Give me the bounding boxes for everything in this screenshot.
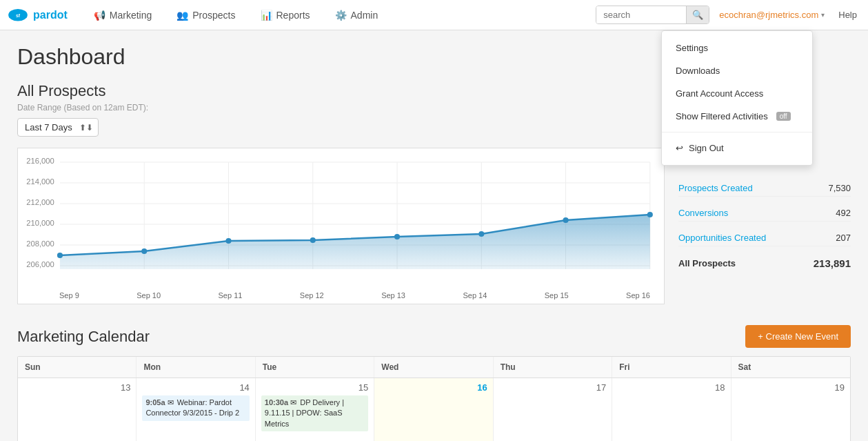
svg-text:214,000: 214,000 xyxy=(26,177,54,186)
chart-x-sep16: Sep 16 xyxy=(626,291,650,300)
day-header-wed: Wed xyxy=(374,357,493,378)
nav-label-reports: Reports xyxy=(276,10,310,21)
user-menu[interactable]: ecochran@rjmetrics.com ▾ xyxy=(715,7,829,23)
day-header-thu: Thu xyxy=(494,357,612,378)
calendar-grid: Sun Mon Tue Wed Thu Fri Sat 13 14 9:05a xyxy=(17,356,851,441)
calendar-week-row: 13 14 9:05a ✉ Webinar: Pardot Connector … xyxy=(18,378,850,441)
nav-item-prospects[interactable]: 👥 Prospects xyxy=(164,0,248,30)
calendar-header: Marketing Calendar + Create New Event xyxy=(17,325,851,348)
email-icon: ✉ xyxy=(168,398,176,406)
chart-x-sep14: Sep 14 xyxy=(463,291,487,300)
cal-date-15: 15 xyxy=(261,382,368,393)
chart-point-3 xyxy=(310,237,316,243)
calendar-cell-fri18[interactable]: 18 xyxy=(612,378,731,441)
stats-panel: Prospects Created 7,530 Conversions 492 … xyxy=(678,148,851,304)
chart-container: 216,000 214,000 212,000 210,000 208,000 … xyxy=(17,148,665,304)
dropdown-item-filtered-activities[interactable]: Show Filtered Activities off xyxy=(662,105,812,128)
svg-text:208,000: 208,000 xyxy=(26,239,54,248)
calendar-cell-thu17[interactable]: 17 xyxy=(494,378,612,441)
svg-text:206,000: 206,000 xyxy=(26,260,54,268)
calendar-day-headers: Sun Mon Tue Wed Thu Fri Sat xyxy=(18,357,850,378)
dropdown-item-settings[interactable]: Settings xyxy=(662,37,812,59)
search-container: 🔍 xyxy=(596,6,709,24)
downloads-label: Downloads xyxy=(676,66,720,76)
event-time-905a: 9:05a xyxy=(145,398,165,406)
cal-date-19: 19 xyxy=(737,382,845,393)
stat-label-conversions[interactable]: Conversions xyxy=(678,208,728,218)
event-time-1030a: 10:30a xyxy=(265,398,288,406)
calendar-event-webinar[interactable]: 9:05a ✉ Webinar: Pardot Connector 9/3/20… xyxy=(142,395,249,421)
cal-date-14: 14 xyxy=(142,382,249,393)
chart-point-2 xyxy=(225,238,231,244)
stat-value-conversions: 492 xyxy=(836,208,851,218)
nav-item-marketing[interactable]: 📢 Marketing xyxy=(81,0,164,30)
dropdown-item-grant-access[interactable]: Grant Account Access xyxy=(662,82,812,105)
calendar-cell-tue15[interactable]: 15 10:30a ✉ DP Delivery | 9.11.15 | DPOW… xyxy=(256,378,374,441)
user-dropdown: Settings Downloads Grant Account Access … xyxy=(661,30,813,166)
nav-item-admin[interactable]: ⚙️ Admin xyxy=(323,0,391,30)
chart-x-sep13: Sep 13 xyxy=(381,291,405,300)
dropdown-divider xyxy=(662,132,812,133)
nav-items: 📢 Marketing 👥 Prospects 📊 Reports ⚙️ Adm… xyxy=(81,0,596,30)
create-event-button[interactable]: + Create New Event xyxy=(745,325,851,348)
signout-icon: ↩ xyxy=(676,143,683,153)
search-button[interactable]: 🔍 xyxy=(686,6,709,23)
chart-point-5 xyxy=(478,231,484,237)
cal-date-18: 18 xyxy=(618,382,725,393)
dropdown-item-downloads[interactable]: Downloads xyxy=(662,59,812,82)
svg-text:sf: sf xyxy=(16,12,21,17)
dropdown-item-signout[interactable]: ↩ Sign Out xyxy=(662,137,812,159)
calendar-cell-sat19[interactable]: 19 xyxy=(731,378,850,441)
calendar-cell-sun13[interactable]: 13 xyxy=(18,378,137,441)
chart-x-sep11: Sep 11 xyxy=(219,291,243,300)
nav-item-reports[interactable]: 📊 Reports xyxy=(248,0,323,30)
grant-access-label: Grant Account Access xyxy=(676,88,763,99)
chart-x-sep10: Sep 10 xyxy=(137,291,161,300)
stat-label-all-prospects[interactable]: All Prospects xyxy=(678,258,736,268)
prospects-icon: 👥 xyxy=(176,10,188,21)
user-email: ecochran@rjmetrics.com xyxy=(719,10,818,20)
chart-point-0 xyxy=(57,253,63,258)
chart-x-sep15: Sep 15 xyxy=(545,291,569,300)
calendar-event-dp-delivery[interactable]: 10:30a ✉ DP Delivery | 9.11.15 | DPOW: S… xyxy=(261,395,368,431)
date-range-select[interactable]: Last 7 Days Last 30 Days Last 90 Days xyxy=(17,118,99,137)
chart-x-sep9: Sep 9 xyxy=(59,291,79,300)
calendar-cell-mon14[interactable]: 14 9:05a ✉ Webinar: Pardot Connector 9/3… xyxy=(137,378,255,441)
calendar-title: Marketing Calendar xyxy=(17,328,150,346)
nav-label-admin: Admin xyxy=(351,10,379,21)
calendar-section: Marketing Calendar + Create New Event Su… xyxy=(17,325,851,441)
signout-label: Sign Out xyxy=(689,143,724,153)
search-input[interactable] xyxy=(596,6,686,23)
stat-value-opportunities: 207 xyxy=(836,233,851,243)
stat-row-prospects-created: Prospects Created 7,530 xyxy=(678,180,851,197)
stat-label-opportunities[interactable]: Opportunities Created xyxy=(678,233,766,243)
nav-label-prospects: Prospects xyxy=(192,10,235,21)
stat-row-conversions: Conversions 492 xyxy=(678,205,851,222)
svg-text:216,000: 216,000 xyxy=(26,157,54,165)
admin-icon: ⚙️ xyxy=(335,10,347,21)
nav-label-marketing: Marketing xyxy=(110,10,152,21)
chart-x-sep12: Sep 12 xyxy=(300,291,324,300)
calendar-cell-wed16[interactable]: 16 xyxy=(374,378,493,441)
salesforce-icon: sf xyxy=(7,8,29,23)
cal-date-16: 16 xyxy=(380,382,487,393)
brand-logo[interactable]: sf pardot xyxy=(7,8,68,23)
day-header-sun: Sun xyxy=(18,357,137,378)
day-header-tue: Tue xyxy=(256,357,374,378)
stat-row-all-prospects: All Prospects 213,891 xyxy=(678,255,851,272)
day-header-fri: Fri xyxy=(612,357,731,378)
help-link[interactable]: Help xyxy=(834,7,861,23)
pardot-label: pardot xyxy=(33,9,68,21)
stat-label-prospects-created[interactable]: Prospects Created xyxy=(678,183,753,193)
cal-date-13: 13 xyxy=(23,382,130,393)
chevron-down-icon: ▾ xyxy=(821,11,825,19)
date-range-select-wrapper: Last 7 Days Last 30 Days Last 90 Days ⬆⬇ xyxy=(17,118,99,137)
chart-point-6 xyxy=(563,217,568,223)
nav-right: 🔍 ecochran@rjmetrics.com ▾ Help xyxy=(596,6,861,24)
chart-point-7 xyxy=(647,212,653,217)
chart-point-4 xyxy=(394,234,400,239)
stat-value-all-prospects: 213,891 xyxy=(814,257,851,269)
chart-point-1 xyxy=(141,248,147,254)
day-header-sat: Sat xyxy=(731,357,850,378)
reports-icon: 📊 xyxy=(261,10,272,21)
